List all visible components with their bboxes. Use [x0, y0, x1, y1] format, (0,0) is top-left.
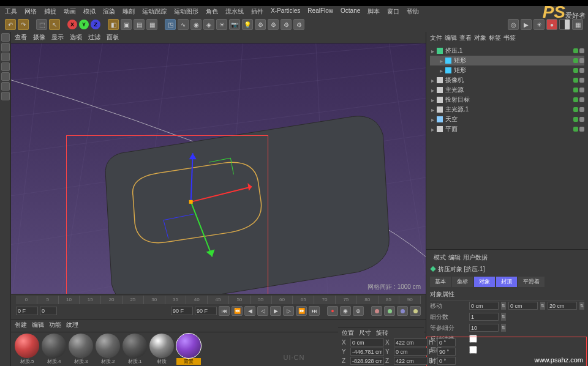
size-z-input[interactable]	[394, 357, 428, 365]
texture-mode-icon[interactable]	[1, 82, 10, 91]
menu-item[interactable]: 网络	[24, 7, 37, 16]
tree-row[interactable]: ▸主光源	[430, 85, 584, 95]
tree-row[interactable]: ▸矩形	[430, 56, 584, 65]
move-z-input[interactable]	[548, 302, 577, 310]
viewport-3d[interactable]: 网格间距 : 1000 cm	[11, 43, 426, 294]
tree-row[interactable]: ▸挤压.1	[430, 46, 584, 56]
menu-item[interactable]: X-Particles	[271, 7, 300, 16]
primitive-icon[interactable]: ◳	[165, 19, 176, 30]
menu-item[interactable]: Octane	[341, 7, 360, 16]
menu-item[interactable]: 工具	[5, 7, 17, 16]
spinner-icon[interactable]: ⇅	[579, 302, 584, 310]
material-preview[interactable]	[69, 334, 93, 358]
attr-tab-caps[interactable]: 封顶	[496, 277, 517, 287]
menu-item[interactable]: 捕捉	[44, 7, 56, 16]
goto-end-icon[interactable]: ⏭	[309, 306, 320, 316]
undo-icon[interactable]: ↶	[5, 19, 16, 30]
view-tab[interactable]: 过滤	[88, 33, 100, 42]
goto-start-icon[interactable]: ⏮	[219, 306, 230, 316]
material-tab[interactable]: 功能	[49, 321, 61, 329]
menu-item[interactable]: RealFlow	[307, 7, 333, 16]
tree-row[interactable]: ▸天空	[430, 114, 584, 124]
menu-item[interactable]: 运动图形	[174, 7, 198, 16]
menu-item[interactable]: 动画	[64, 7, 76, 16]
autokey-icon[interactable]: ◉	[340, 306, 351, 316]
tree-row[interactable]: ▸投射目标	[430, 95, 584, 105]
play-icon[interactable]: ▶	[270, 306, 281, 316]
material-preview[interactable]	[42, 334, 66, 358]
menu-item[interactable]: 插件	[251, 7, 263, 16]
view-tab[interactable]: 面板	[107, 33, 119, 42]
iso-input[interactable]	[469, 324, 499, 332]
axis-x-icon[interactable]: X	[67, 20, 77, 29]
next-frame-icon[interactable]: ▷	[283, 306, 294, 316]
pos-y-input[interactable]	[350, 348, 384, 356]
key-param-icon[interactable]	[410, 306, 421, 316]
generator-icon[interactable]: ◉	[190, 19, 202, 30]
menu-item[interactable]: 脚本	[368, 7, 380, 16]
material-tab[interactable]: 编辑	[32, 321, 44, 329]
play-back-icon[interactable]: ◁	[257, 306, 268, 316]
flip-checkbox[interactable]	[469, 335, 477, 343]
menu-item[interactable]: 雕刻	[123, 7, 135, 16]
panel-tab[interactable]: 编辑	[445, 34, 457, 42]
timeline-current-input[interactable]	[40, 307, 57, 315]
menu-item[interactable]: 模拟	[83, 7, 96, 16]
tool-icon[interactable]: ⚙	[255, 19, 266, 30]
panel-tab[interactable]: 标签	[489, 34, 501, 42]
spinner-icon[interactable]: ⇅	[501, 324, 506, 332]
rot-b-input[interactable]	[437, 357, 456, 365]
record-key-icon[interactable]: ●	[327, 306, 338, 316]
poly-mode-icon[interactable]	[1, 72, 10, 81]
timeline-start-input[interactable]	[16, 307, 38, 315]
menu-item[interactable]: 窗口	[387, 7, 399, 16]
attr-tab-object[interactable]: 对象	[474, 277, 495, 287]
move-y-input[interactable]	[508, 302, 538, 310]
render-active-icon[interactable]: ▶	[521, 19, 532, 30]
render-region-icon[interactable]: ◎	[508, 19, 519, 30]
object-mode-icon[interactable]	[1, 43, 10, 51]
view-tab[interactable]: 选项	[70, 33, 82, 42]
menu-item[interactable]: 运动跟踪	[142, 7, 167, 16]
timeline-max-input[interactable]	[195, 307, 217, 315]
axis-y-icon[interactable]: Y	[79, 20, 89, 29]
key-scale-icon[interactable]	[384, 306, 395, 316]
render-icon[interactable]: ▣	[121, 19, 132, 30]
key-options-icon[interactable]: ⊕	[353, 306, 364, 316]
attr-menu[interactable]: 模式	[434, 253, 446, 262]
timeline-end-input[interactable]	[171, 307, 193, 315]
move-x-input[interactable]	[469, 302, 499, 310]
cube-icon[interactable]: ◧	[108, 19, 119, 30]
material-preview[interactable]	[176, 334, 201, 358]
size-x-input[interactable]	[394, 338, 428, 346]
hierarchy-checkbox[interactable]	[469, 346, 477, 354]
timeline-track[interactable]: 051015202530354045505560657075808590	[16, 296, 421, 304]
view-tab[interactable]: 显示	[51, 33, 64, 42]
move-tool-icon[interactable]: ↖	[49, 19, 60, 30]
edge-mode-icon[interactable]	[1, 62, 10, 71]
tool-icon[interactable]: ⚙	[268, 19, 279, 30]
menu-item[interactable]: 帮助	[407, 7, 419, 16]
tree-row[interactable]: ▸主光源.1	[430, 105, 584, 114]
point-mode-icon[interactable]	[1, 53, 10, 61]
menu-item[interactable]: 渲染	[103, 7, 115, 16]
select-tool-icon[interactable]: ⬚	[36, 19, 47, 30]
redo-icon[interactable]: ↷	[18, 19, 29, 30]
workplane-icon[interactable]	[1, 92, 10, 100]
tool-icon[interactable]: ⚙	[281, 19, 292, 30]
panel-tab[interactable]: 书签	[503, 34, 516, 42]
tree-row[interactable]: ▸平面	[430, 124, 584, 134]
key-rot-icon[interactable]	[397, 306, 408, 316]
coords-tab[interactable]: 位置	[342, 329, 354, 337]
rot-h-input[interactable]	[437, 338, 456, 346]
attr-menu[interactable]: 编辑	[448, 253, 461, 262]
spinner-icon[interactable]: ⇅	[501, 313, 506, 321]
attr-menu[interactable]: 用户数据	[463, 253, 488, 262]
panel-tab[interactable]: 查看	[459, 34, 472, 42]
camera-icon[interactable]: 📷	[229, 19, 240, 30]
material-tab[interactable]: 创建	[15, 321, 27, 329]
panel-tab[interactable]: 对象	[474, 34, 486, 42]
environment-icon[interactable]: ☀	[216, 19, 227, 30]
material-preview[interactable]	[15, 334, 39, 358]
tree-row[interactable]: ▸矩形	[430, 65, 584, 75]
